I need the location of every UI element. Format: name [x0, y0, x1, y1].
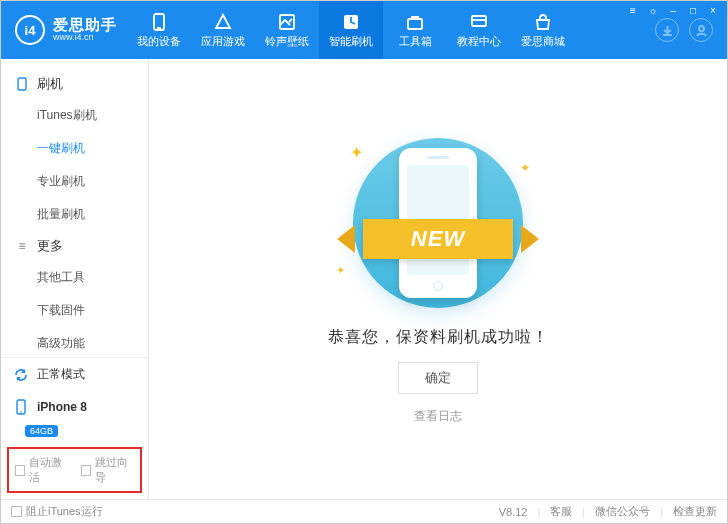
logo-block: i4 爱思助手 www.i4.cn [1, 1, 127, 59]
nav-label: 智能刷机 [329, 34, 373, 49]
device-row[interactable]: iPhone 8 [1, 391, 148, 423]
nav-label: 铃声壁纸 [265, 34, 309, 49]
menu-icon[interactable]: ≡ [627, 4, 639, 16]
nav-tab-apps[interactable]: 应用游戏 [191, 1, 255, 59]
sidebar: 刷机 iTunes刷机 一键刷机 专业刷机 批量刷机 ≡ 更多 其他工具 下载固… [1, 59, 149, 499]
status-bar: 阻止iTunes运行 V8.12 | 客服 | 微信公众号 | 检查更新 [1, 499, 727, 523]
nav-tab-device[interactable]: 我的设备 [127, 1, 191, 59]
nav-tabs: 我的设备 应用游戏 铃声壁纸 智能刷机 工具箱 教程中心 [127, 1, 649, 59]
nav-label: 应用游戏 [201, 34, 245, 49]
more-icon: ≡ [15, 239, 29, 253]
sidebar-group-title: 刷机 [37, 75, 63, 93]
apps-icon [213, 12, 233, 32]
nav-tab-ringwall[interactable]: 铃声壁纸 [255, 1, 319, 59]
app-window: i4 爱思助手 www.i4.cn 我的设备 应用游戏 铃声壁纸 智能刷机 [0, 0, 728, 524]
sidebar-item-itunes[interactable]: iTunes刷机 [37, 99, 148, 132]
storage-badge: 64GB [25, 425, 58, 437]
checkbox-icon [15, 465, 25, 476]
app-url: www.i4.cn [53, 33, 117, 43]
sidebar-items-more: 其他工具 下载固件 高级功能 [1, 261, 148, 357]
skin-icon[interactable]: ☼ [647, 4, 659, 16]
nav-tab-toolbox[interactable]: 工具箱 [383, 1, 447, 59]
sparkle-icon: ✦ [336, 264, 345, 277]
update-link[interactable]: 检查更新 [673, 504, 717, 519]
device-name: iPhone 8 [37, 400, 87, 414]
tutorial-icon [469, 12, 489, 32]
minimize-icon[interactable]: – [667, 4, 679, 16]
check-skip-guide[interactable]: 跳过向导 [81, 455, 135, 485]
close-icon[interactable]: × [707, 4, 719, 16]
check-label: 阻止iTunes运行 [26, 504, 103, 519]
sidebar-bottom: 正常模式 iPhone 8 64GB 自动激活 跳过向导 [1, 357, 148, 499]
bottom-checks-highlight: 自动激活 跳过向导 [7, 447, 142, 493]
check-auto-activate[interactable]: 自动激活 [15, 455, 69, 485]
support-link[interactable]: 客服 [550, 504, 572, 519]
nav-tab-tutorial[interactable]: 教程中心 [447, 1, 511, 59]
phone-small-icon [15, 77, 29, 91]
refresh-icon [13, 367, 29, 383]
svg-point-10 [20, 411, 22, 413]
nav-label: 爱思商城 [521, 34, 565, 49]
sidebar-group-flash[interactable]: 刷机 [1, 69, 148, 99]
checkbox-icon [11, 506, 22, 517]
header-bar: i4 爱思助手 www.i4.cn 我的设备 应用游戏 铃声壁纸 智能刷机 [1, 1, 727, 59]
logo-text: 爱思助手 www.i4.cn [53, 17, 117, 43]
device-phone-icon [13, 399, 29, 415]
flash-icon [341, 12, 361, 32]
svg-point-7 [699, 26, 704, 31]
app-name: 爱思助手 [53, 17, 117, 34]
phone-illus-icon [399, 148, 477, 298]
sidebar-group-more[interactable]: ≡ 更多 [1, 231, 148, 261]
logo-icon: i4 [15, 15, 45, 45]
body: 刷机 iTunes刷机 一键刷机 专业刷机 批量刷机 ≡ 更多 其他工具 下载固… [1, 59, 727, 499]
confirm-button[interactable]: 确定 [398, 362, 478, 394]
sidebar-item-onekey[interactable]: 一键刷机 [37, 132, 148, 165]
nav-label: 教程中心 [457, 34, 501, 49]
check-label: 跳过向导 [95, 455, 134, 485]
check-block-itunes[interactable]: 阻止iTunes运行 [11, 504, 103, 519]
wechat-link[interactable]: 微信公众号 [595, 504, 650, 519]
wallpaper-icon [277, 12, 297, 32]
sidebar-scroll: 刷机 iTunes刷机 一键刷机 专业刷机 批量刷机 ≡ 更多 其他工具 下载固… [1, 59, 148, 357]
sidebar-item-download[interactable]: 下载固件 [37, 294, 148, 327]
nav-label: 我的设备 [137, 34, 181, 49]
store-icon [533, 12, 553, 32]
svg-rect-8 [18, 78, 26, 90]
maximize-icon[interactable]: □ [687, 4, 699, 16]
circle-bg [353, 138, 523, 308]
sidebar-items-flash: iTunes刷机 一键刷机 专业刷机 批量刷机 [1, 99, 148, 231]
nav-label: 工具箱 [399, 34, 432, 49]
sidebar-item-othertools[interactable]: 其他工具 [37, 261, 148, 294]
sparkle-icon: ✦ [350, 143, 363, 162]
version-label: V8.12 [499, 506, 528, 518]
window-controls: ≡ ☼ – □ × [627, 1, 727, 19]
nav-tab-flash[interactable]: 智能刷机 [319, 1, 383, 59]
nav-tab-store[interactable]: 爱思商城 [511, 1, 575, 59]
view-log-link[interactable]: 查看日志 [414, 408, 462, 425]
user-icon[interactable] [689, 18, 713, 42]
sparkle-icon: ✦ [520, 161, 530, 175]
success-message: 恭喜您，保资料刷机成功啦！ [328, 327, 549, 348]
check-label: 自动激活 [29, 455, 68, 485]
sidebar-group-title: 更多 [37, 237, 63, 255]
device-mode[interactable]: 正常模式 [1, 358, 148, 391]
mode-label: 正常模式 [37, 366, 85, 383]
download-icon[interactable] [655, 18, 679, 42]
checkbox-icon [81, 465, 91, 476]
sidebar-item-batch[interactable]: 批量刷机 [37, 198, 148, 231]
toolbox-icon [405, 12, 425, 32]
success-illustration: ✦ ✦ ✦ NEW [328, 133, 548, 313]
main-panel: ✦ ✦ ✦ NEW 恭喜您，保资料刷机成功啦！ 确定 查看日志 [149, 59, 727, 499]
sidebar-item-pro[interactable]: 专业刷机 [37, 165, 148, 198]
svg-rect-4 [408, 19, 422, 29]
phone-icon [149, 12, 169, 32]
svg-rect-5 [472, 16, 486, 26]
sidebar-item-advanced[interactable]: 高级功能 [37, 327, 148, 357]
